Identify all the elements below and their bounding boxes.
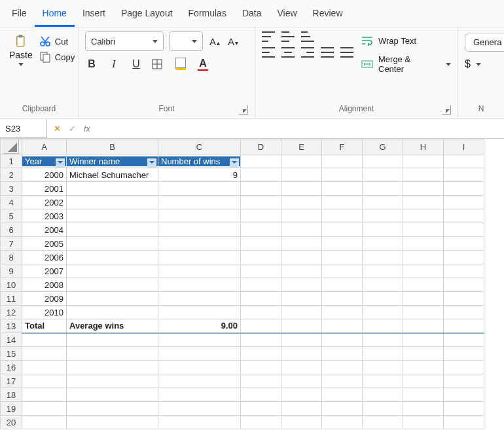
cell-G5[interactable]	[363, 209, 403, 223]
cell-G9[interactable]	[363, 264, 403, 278]
cell-E7[interactable]	[281, 237, 322, 251]
cell-H14[interactable]	[403, 333, 444, 347]
row-header-20[interactable]: 20	[1, 416, 22, 429]
cell-G2[interactable]	[363, 168, 403, 182]
wrap-text-button[interactable]: Wrap Text	[361, 31, 451, 50]
cell-I6[interactable]	[444, 223, 484, 237]
cell-D3[interactable]	[241, 182, 281, 196]
cell-E6[interactable]	[281, 223, 322, 237]
cell-E5[interactable]	[281, 209, 322, 223]
cell-I7[interactable]	[444, 237, 484, 251]
cell-H12[interactable]	[403, 306, 444, 319]
cut-button[interactable]: Cut	[39, 35, 75, 47]
alignment-dialog-launcher[interactable]	[442, 105, 451, 115]
cell-A14[interactable]	[22, 333, 67, 347]
cell-A19[interactable]	[22, 402, 67, 416]
row-header-16[interactable]: 16	[1, 361, 22, 374]
cell-E4[interactable]	[281, 196, 322, 209]
cell-E18[interactable]	[281, 388, 322, 402]
tab-data[interactable]: Data	[234, 3, 270, 27]
cell-G8[interactable]	[363, 251, 403, 264]
cell-B11[interactable]	[67, 292, 158, 306]
cell-F8[interactable]	[322, 251, 363, 264]
row-header-15[interactable]: 15	[1, 347, 22, 361]
copy-button[interactable]: Copy	[39, 51, 75, 63]
row-header-17[interactable]: 17	[1, 374, 22, 388]
name-box[interactable]: S23	[0, 119, 47, 138]
cell-G1[interactable]	[363, 154, 403, 168]
cell-A12[interactable]: 2010	[22, 306, 67, 319]
cell-C12[interactable]	[158, 306, 241, 319]
cell-C13[interactable]: 9.00	[158, 319, 241, 333]
cell-A7[interactable]: 2005	[22, 237, 67, 251]
cell-I18[interactable]	[444, 388, 484, 402]
cell-C11[interactable]	[158, 292, 241, 306]
cell-E14[interactable]	[281, 333, 322, 347]
col-header-E[interactable]: E	[281, 139, 322, 154]
cell-C16[interactable]	[158, 361, 241, 374]
cell-C20[interactable]	[158, 416, 241, 429]
cell-H19[interactable]	[403, 402, 444, 416]
cell-D15[interactable]	[241, 347, 281, 361]
cell-I3[interactable]	[444, 182, 484, 196]
cell-B15[interactable]	[67, 347, 158, 361]
cell-G15[interactable]	[363, 347, 403, 361]
cell-I19[interactable]	[444, 402, 484, 416]
cell-G10[interactable]	[363, 278, 403, 292]
cell-E11[interactable]	[281, 292, 322, 306]
cell-G7[interactable]	[363, 237, 403, 251]
cell-F14[interactable]	[322, 333, 363, 347]
row-header-11[interactable]: 11	[1, 292, 22, 306]
chevron-down-icon[interactable]	[476, 63, 481, 66]
cell-C17[interactable]	[158, 374, 241, 388]
align-top-button[interactable]	[262, 31, 275, 42]
cell-H1[interactable]	[403, 154, 444, 168]
col-header-C[interactable]: C	[158, 139, 241, 154]
cell-B10[interactable]	[67, 278, 158, 292]
cell-B12[interactable]	[67, 306, 158, 319]
cell-F7[interactable]	[322, 237, 363, 251]
row-header-12[interactable]: 12	[1, 306, 22, 319]
cell-D6[interactable]	[241, 223, 281, 237]
cell-I13[interactable]	[444, 319, 484, 333]
cell-H15[interactable]	[403, 347, 444, 361]
cell-D10[interactable]	[241, 278, 281, 292]
table-header-B[interactable]: Winner name	[67, 156, 158, 166]
cell-H10[interactable]	[403, 278, 444, 292]
cell-H8[interactable]	[403, 251, 444, 264]
chevron-down-icon[interactable]	[18, 63, 24, 66]
cell-G19[interactable]	[363, 402, 403, 416]
cell-F6[interactable]	[322, 223, 363, 237]
filter-dropdown-icon[interactable]	[230, 158, 239, 168]
cell-E15[interactable]	[281, 347, 322, 361]
font-size-combo[interactable]	[169, 31, 203, 51]
row-header-6[interactable]: 6	[1, 223, 22, 237]
cell-B16[interactable]	[67, 361, 158, 374]
cell-D4[interactable]	[241, 196, 281, 209]
cell-I14[interactable]	[444, 333, 484, 347]
col-header-I[interactable]: I	[444, 139, 484, 154]
formula-input[interactable]	[97, 119, 504, 138]
cell-A11[interactable]: 2009	[22, 292, 67, 306]
cell-E12[interactable]	[281, 306, 322, 319]
cell-D17[interactable]	[241, 374, 281, 388]
cell-B17[interactable]	[67, 374, 158, 388]
cell-H16[interactable]	[403, 361, 444, 374]
fill-color-button[interactable]	[174, 58, 187, 71]
cell-I20[interactable]	[444, 416, 484, 429]
cell-D9[interactable]	[241, 264, 281, 278]
cell-G16[interactable]	[363, 361, 403, 374]
decrease-indent-button[interactable]	[321, 47, 334, 58]
cell-I11[interactable]	[444, 292, 484, 306]
cell-G14[interactable]	[363, 333, 403, 347]
cell-A6[interactable]: 2004	[22, 223, 67, 237]
cell-E13[interactable]	[281, 319, 322, 333]
cell-D19[interactable]	[241, 402, 281, 416]
row-header-2[interactable]: 2	[1, 168, 22, 182]
cell-E20[interactable]	[281, 416, 322, 429]
cell-E9[interactable]	[281, 264, 322, 278]
row-header-13[interactable]: 13	[1, 319, 22, 333]
italic-button[interactable]: I	[107, 58, 120, 70]
cell-E8[interactable]	[281, 251, 322, 264]
cell-D18[interactable]	[241, 388, 281, 402]
